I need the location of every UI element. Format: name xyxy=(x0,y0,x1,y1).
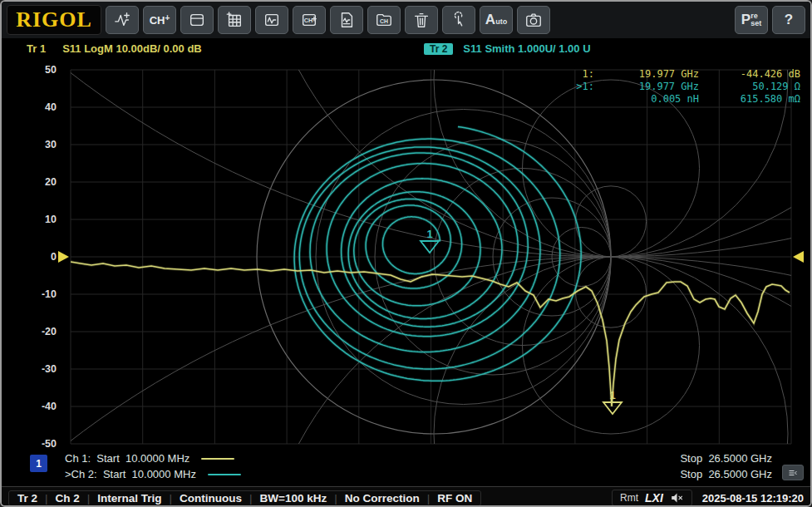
screenshot-button[interactable] xyxy=(517,6,550,34)
svg-text:30: 30 xyxy=(45,139,57,150)
marker-frequency: 19.977 GHz xyxy=(594,68,699,81)
status-item-internal-trig[interactable]: Internal Trig xyxy=(97,492,161,505)
window-number-badge: 1 xyxy=(30,455,47,472)
trace2-active-badge: Tr 2 xyxy=(424,43,453,55)
marker-frequency: 19.977 GHz xyxy=(594,81,699,93)
status-separator: | xyxy=(249,492,253,505)
marker-readout: 1:19.977 GHz-44.426 dB>1:19.977 GHz50.12… xyxy=(559,68,800,106)
svg-text:-30: -30 xyxy=(42,363,57,375)
trace1-info[interactable]: Tr 1 S11 LogM 10.00dB/ 0.00 dB xyxy=(27,42,202,55)
trace1-detail: S11 LogM 10.00dB/ 0.00 dB xyxy=(62,42,202,55)
marker-value: 50.129 Ω xyxy=(699,81,800,93)
toolbar-buttons: CH+CHCHAuto xyxy=(106,6,550,34)
trace1-label: Tr 1 xyxy=(27,42,46,55)
preset-button[interactable]: P re set xyxy=(735,6,768,34)
status-item-ch-2[interactable]: Ch 2 xyxy=(56,492,80,505)
svg-text:-50: -50 xyxy=(42,438,57,450)
touch-icon xyxy=(450,11,468,29)
channel-row[interactable]: >Ch 2: Start 10.0000 MHz xyxy=(65,466,241,482)
graticule-grid xyxy=(71,70,791,444)
vna-screen: 50403020100-10-20-30-40-5011 RIGOL CH+CH… xyxy=(0,0,812,507)
channel-stop-value: Stop 26.5000 GHz xyxy=(680,450,772,466)
status-separator: | xyxy=(427,492,431,505)
status-right: Rmt LXI 2025-08-15 12:19:20 xyxy=(612,490,804,506)
channel-info-bar: 1 Ch 1: Start 10.0000 MHz>Ch 2: Start 10… xyxy=(2,450,810,484)
status-item-tr-2[interactable]: Tr 2 xyxy=(17,492,37,505)
lxi-indicator: LXI xyxy=(645,491,663,505)
collapse-menu-button[interactable] xyxy=(782,465,804,480)
svg-text:CH: CH xyxy=(380,18,388,24)
trace1-logm-line xyxy=(71,262,790,406)
svg-text:-10: -10 xyxy=(42,288,57,300)
save-trace-button[interactable] xyxy=(330,6,363,34)
add-table-button[interactable] xyxy=(218,6,251,34)
status-item-no-correction[interactable]: No Correction xyxy=(345,492,420,505)
trace-color-swatch xyxy=(208,474,241,475)
rigol-logo: RIGOL xyxy=(7,5,101,35)
add-trace-window-button[interactable] xyxy=(255,6,288,34)
marker-label xyxy=(559,93,594,106)
touch-mode-button[interactable] xyxy=(442,6,475,34)
toolbar: RIGOL CH+CHCHAuto P re set ? xyxy=(2,2,810,38)
camera-icon xyxy=(524,11,543,29)
svg-text:40: 40 xyxy=(45,101,57,113)
channel-add-icon: CH+ xyxy=(150,14,170,27)
help-icon: ? xyxy=(785,12,793,28)
trace-add-icon xyxy=(113,11,131,29)
help-button[interactable]: ? xyxy=(772,6,805,34)
channel-folder-icon: CH xyxy=(375,11,393,29)
table-add-icon xyxy=(225,11,244,29)
status-separator: | xyxy=(45,492,48,505)
add-channel-button[interactable]: CH+ xyxy=(143,6,176,34)
svg-text:CH: CH xyxy=(304,17,313,24)
trace-file-icon xyxy=(337,11,356,29)
trash-icon xyxy=(412,11,431,29)
remote-indicator: Rmt xyxy=(620,492,638,504)
svg-text:1: 1 xyxy=(426,228,432,240)
status-items: Tr 2|Ch 2|Internal Trig|Continuous|BW=10… xyxy=(8,490,481,506)
svg-text:50: 50 xyxy=(45,64,57,76)
status-item-continuous[interactable]: Continuous xyxy=(180,492,242,505)
marker-frequency: 0.005 nH xyxy=(594,93,699,106)
channel-stops: Stop 26.5000 GHzStop 26.5000 GHz xyxy=(680,450,772,482)
svg-text:1: 1 xyxy=(609,389,615,401)
channel-start-value: Start 10.0000 MHz xyxy=(91,450,189,466)
status-item-bw-100-khz[interactable]: BW=100 kHz xyxy=(260,492,327,505)
window-layout-icon xyxy=(188,11,206,29)
collapse-menu-icon xyxy=(788,467,798,479)
trace-color-swatch xyxy=(201,458,234,460)
trace-info-bar: Tr 1 S11 LogM 10.00dB/ 0.00 dB Tr 2 S11 … xyxy=(2,41,810,59)
svg-text:0: 0 xyxy=(51,251,57,263)
svg-text:-40: -40 xyxy=(42,401,57,412)
channel-window-icon: CH xyxy=(300,11,318,29)
trace2-detail: S11 Smith 1.000U/ 1.00 U xyxy=(463,42,590,55)
channel-label: >Ch 2: xyxy=(65,466,97,482)
remote-status-box: Rmt LXI xyxy=(612,490,692,506)
status-separator: | xyxy=(87,492,91,505)
preset-icon: P xyxy=(741,12,750,28)
trace2-info[interactable]: Tr 2 S11 Smith 1.000U/ 1.00 U xyxy=(424,42,591,55)
marker-value: 615.580 mΩ xyxy=(699,93,800,106)
marker-readout-row: 0.005 nH615.580 mΩ xyxy=(559,93,800,106)
status-separator: | xyxy=(170,492,173,505)
svg-text:10: 10 xyxy=(45,214,57,225)
auto-scale-button[interactable]: Auto xyxy=(480,6,513,34)
marker-readout-row: >1:19.977 GHz50.129 Ω xyxy=(559,81,800,93)
status-separator: | xyxy=(334,492,337,505)
channel-row[interactable]: Ch 1: Start 10.0000 MHz xyxy=(65,450,241,466)
delete-button[interactable] xyxy=(405,6,438,34)
marker-readout-row: 1:19.977 GHz-44.426 dB xyxy=(559,68,800,81)
marker-label: 1: xyxy=(559,68,594,81)
marker-label: >1: xyxy=(559,81,594,93)
recall-channel-button[interactable]: CH xyxy=(367,6,401,34)
trace-window-icon xyxy=(263,11,281,29)
window-layout-button[interactable] xyxy=(180,6,214,34)
preset-label-bottom: set xyxy=(750,20,761,27)
datetime: 2025-08-15 12:19:20 xyxy=(702,492,804,505)
y-axis-ticks: 50403020100-10-20-30-40-50 xyxy=(42,64,57,450)
svg-text:-20: -20 xyxy=(42,326,57,337)
mute-icon[interactable] xyxy=(670,492,684,504)
add-trace-button[interactable] xyxy=(106,6,139,34)
status-item-rf-on[interactable]: RF ON xyxy=(437,492,472,505)
add-channel-window-button[interactable]: CH xyxy=(293,6,326,34)
